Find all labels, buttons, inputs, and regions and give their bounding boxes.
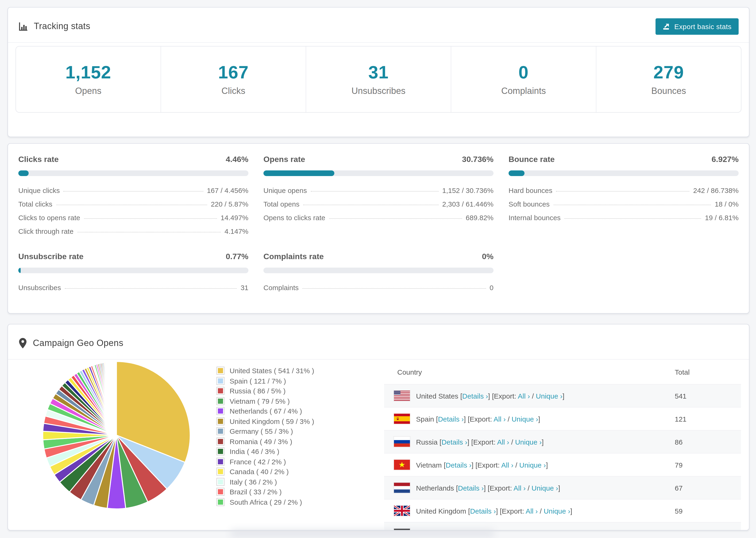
rate-detail-label: Opens to clicks rate	[263, 214, 325, 222]
rate-value: 4.46%	[226, 155, 248, 164]
geo-table-row-es: Spain [Details ›] [Export: All › / Uniqu…	[384, 407, 741, 430]
legend-item-india[interactable]: India ( 46 / 3% )	[216, 447, 314, 457]
export-all-link[interactable]: All ›	[518, 392, 530, 400]
legend-item-france[interactable]: France ( 42 / 2% )	[216, 457, 314, 467]
bracket: ] [Export:	[496, 507, 526, 515]
rate-title: Unsubscribe rate	[18, 252, 83, 261]
rate-detail-value: 31	[241, 284, 248, 292]
legend-label: Romania ( 49 / 3% )	[230, 438, 292, 446]
rates-grid: Clicks rate4.46%Unique clicks167 / 4.456…	[8, 144, 749, 304]
rate-detail-value: 2,303 / 61.446%	[442, 200, 494, 208]
bracket: ] [Export:	[471, 461, 501, 469]
legend-item-brazil[interactable]: Brazil ( 33 / 2% )	[216, 487, 314, 497]
legend-label: France ( 42 / 2% )	[230, 458, 286, 466]
legend-swatch	[216, 367, 225, 375]
details-link[interactable]: Details ›	[438, 415, 464, 423]
export-basic-stats-button[interactable]: Export basic stats	[656, 18, 739, 34]
export-unique-link[interactable]: Unique ›	[544, 507, 570, 515]
legend-item-united-kingdom[interactable]: United Kingdom ( 59 / 3% )	[216, 416, 314, 426]
dotted-leader	[84, 218, 217, 219]
rate-section-opens-rate: Opens rate30.736%Unique opens1,152 / 30.…	[263, 155, 494, 238]
rate-detail-row: Hard bounces242 / 86.738%	[509, 184, 739, 197]
dotted-leader	[556, 191, 689, 191]
rate-detail-label: Complaints	[263, 284, 298, 292]
export-all-link[interactable]: All ›	[501, 461, 513, 469]
bracket: ]	[549, 530, 551, 530]
legend-item-canada[interactable]: Canada ( 40 / 2% )	[216, 467, 314, 477]
rate-detail-label: Hard bounces	[509, 187, 553, 194]
geo-table-header-row: Country Total	[384, 360, 741, 384]
legend-item-united-states[interactable]: United States ( 541 / 31% )	[216, 366, 314, 376]
legend-item-italy[interactable]: Italy ( 36 / 2% )	[216, 477, 314, 487]
details-link[interactable]: Details ›	[470, 507, 496, 515]
dotted-leader	[303, 205, 438, 205]
export-unique-link[interactable]: Unique ›	[519, 461, 546, 469]
geo-table-row-gb: United Kingdom [Details ›] [Export: All …	[384, 499, 741, 522]
legend-item-spain[interactable]: Spain ( 121 / 7% )	[216, 376, 314, 386]
legend-item-russia[interactable]: Russia ( 86 / 5% )	[216, 386, 314, 396]
legend-swatch	[216, 397, 225, 405]
details-link[interactable]: Details ›	[462, 392, 488, 400]
legend-label: Spain ( 121 / 7% )	[230, 377, 286, 385]
rate-detail-row: Soft bounces18 / 0%	[509, 197, 739, 211]
rate-progress-bar	[509, 170, 739, 176]
country-links: Vietnam [Details ›] [Export: All › / Uni…	[416, 461, 548, 469]
dotted-leader	[565, 218, 701, 219]
legend-item-germany[interactable]: Germany ( 55 / 3% )	[216, 426, 314, 436]
legend-swatch	[216, 478, 225, 486]
country-column-header: Country	[384, 360, 674, 384]
rate-detail-row: Opens to clicks rate689.82%	[263, 211, 494, 224]
rate-detail-label: Total clicks	[18, 200, 52, 208]
rate-detail-label: Unsubscribes	[18, 284, 61, 292]
dotted-leader	[77, 232, 221, 232]
legend-item-south-africa[interactable]: South Africa ( 29 / 2% )	[216, 497, 314, 507]
legend-swatch	[216, 387, 225, 395]
country-cell-content: United Kingdom [Details ›] [Export: All …	[394, 506, 674, 516]
rate-detail-value: 19 / 6.81%	[705, 214, 739, 222]
export-all-link[interactable]: All ›	[497, 438, 509, 446]
bracket: ] [Export:	[464, 415, 494, 423]
export-all-link[interactable]: All ›	[513, 484, 526, 492]
country-cell: United Kingdom [Details ›] [Export: All …	[384, 499, 674, 522]
geo-table-row-vn: Vietnam [Details ›] [Export: All › / Uni…	[384, 453, 741, 476]
export-icon	[663, 23, 670, 30]
export-unique-link[interactable]: Unique ›	[515, 438, 542, 446]
bracket: ]	[570, 507, 572, 515]
export-unique-link[interactable]: Unique ›	[536, 392, 562, 400]
legend-label: Canada ( 40 / 2% )	[230, 468, 289, 476]
geo-section-title: Campaign Geo Opens	[33, 338, 123, 348]
rate-detail-label: Internal bounces	[509, 214, 561, 222]
details-link[interactable]: Details ›	[446, 461, 471, 469]
country-cell-content: Spain [Details ›] [Export: All › / Uniqu…	[394, 413, 674, 424]
dotted-leader	[65, 288, 237, 289]
export-all-link[interactable]: All ›	[526, 507, 538, 515]
details-link[interactable]: Details ›	[441, 438, 467, 446]
stat-bounces: 279Bounces	[596, 46, 741, 112]
export-unique-link[interactable]: Unique ›	[531, 484, 558, 492]
rate-value: 0%	[482, 252, 494, 261]
geo-opens-table: Country Total United States [Details ›] …	[384, 360, 741, 530]
total-cell: 121	[674, 407, 741, 430]
country-name: United States	[416, 392, 460, 400]
legend-item-netherlands[interactable]: Netherlands ( 67 / 4% )	[216, 406, 314, 416]
rate-title: Clicks rate	[18, 155, 59, 164]
rate-progress-fill	[18, 268, 21, 273]
pie-slice-other-55[interactable]	[116, 361, 117, 435]
legend-item-romania[interactable]: Romania ( 49 / 3% )	[216, 436, 314, 447]
legend-swatch	[216, 407, 225, 415]
export-unique-link[interactable]: Unique ›	[512, 415, 538, 423]
tracking-stats-card: Tracking stats Export basic stats 1,152O…	[8, 7, 749, 137]
bracket: /	[509, 438, 515, 446]
details-link[interactable]: Details ›	[458, 484, 484, 492]
rate-progress-bar	[18, 170, 248, 176]
rate-header: Unsubscribe rate0.77%	[18, 252, 248, 261]
export-unique-link[interactable]: Unique ›	[523, 530, 549, 530]
export-all-link[interactable]: All ›	[494, 415, 506, 423]
bracket: ]	[546, 461, 548, 469]
bracket: /	[526, 484, 531, 492]
rate-detail-value: 167 / 4.456%	[207, 187, 248, 194]
legend-item-vietnam[interactable]: Vietnam ( 79 / 5% )	[216, 396, 314, 406]
export-all-link[interactable]: All ›	[505, 530, 517, 530]
country-cell: Spain [Details ›] [Export: All › / Uniqu…	[384, 407, 674, 430]
rate-header: Clicks rate4.46%	[18, 155, 248, 164]
